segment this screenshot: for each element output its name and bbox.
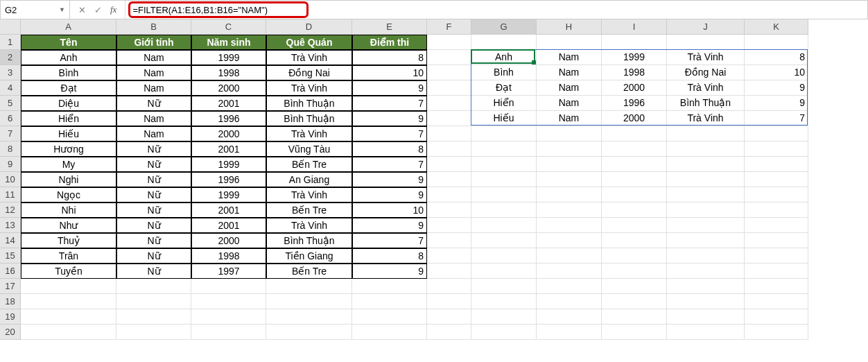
cell-E6[interactable]: 9 (352, 111, 427, 126)
cell-F13[interactable] (427, 218, 471, 233)
cell-J1[interactable] (667, 35, 745, 50)
cell-D2[interactable]: Trà Vinh (266, 50, 352, 65)
cell-B18[interactable] (116, 294, 191, 309)
cell-F17[interactable] (427, 279, 471, 294)
cell-B5[interactable]: Nữ (116, 96, 191, 111)
cell-A8[interactable]: Hương (21, 141, 116, 157)
cell-G19[interactable] (471, 309, 537, 325)
cell-B2[interactable]: Nam (116, 50, 191, 65)
cell-D10[interactable]: An Giang (266, 172, 352, 187)
cell-E12[interactable]: 10 (352, 202, 427, 218)
cell-J15[interactable] (667, 248, 745, 264)
cell-I7[interactable] (602, 126, 667, 141)
col-header-C[interactable]: C (191, 19, 266, 35)
cell-H8[interactable] (537, 141, 602, 157)
cell-G13[interactable] (471, 218, 537, 233)
cell-C18[interactable] (191, 294, 266, 309)
cell-H7[interactable] (537, 126, 602, 141)
enter-icon[interactable]: ✓ (94, 5, 102, 15)
cell-E10[interactable]: 9 (352, 172, 427, 187)
cell-G6[interactable]: Hiếu (471, 111, 537, 126)
cell-B3[interactable]: Nam (116, 65, 191, 80)
cell-G3[interactable]: Bình (471, 65, 537, 80)
cell-A12[interactable]: Nhi (21, 202, 116, 218)
cell-B8[interactable]: Nữ (116, 141, 191, 157)
cell-K15[interactable] (745, 248, 808, 264)
cell-H6[interactable]: Nam (537, 111, 602, 126)
cell-J14[interactable] (667, 233, 745, 248)
cell-K2[interactable]: 8 (745, 50, 808, 65)
cell-A3[interactable]: Bình (21, 65, 116, 80)
cell-B13[interactable]: Nữ (116, 218, 191, 233)
cell-I2[interactable]: 1999 (602, 50, 667, 65)
col-header-A[interactable]: A (21, 19, 116, 35)
cell-A17[interactable] (21, 279, 116, 294)
cell-A6[interactable]: Hiển (21, 111, 116, 126)
cell-H1[interactable] (537, 35, 602, 50)
cell-J3[interactable]: Đồng Nai (667, 65, 745, 80)
cell-B9[interactable]: Nữ (116, 157, 191, 172)
cell-D3[interactable]: Đồng Nai (266, 65, 352, 80)
cell-H2[interactable]: Nam (537, 50, 602, 65)
cell-E18[interactable] (352, 294, 427, 309)
cell-G8[interactable] (471, 141, 537, 157)
cell-J10[interactable] (667, 172, 745, 187)
cell-H10[interactable] (537, 172, 602, 187)
cell-B20[interactable] (116, 325, 191, 340)
cell-I9[interactable] (602, 157, 667, 172)
cell-G7[interactable] (471, 126, 537, 141)
cell-A5[interactable]: Diệu (21, 96, 116, 111)
cell-H19[interactable] (537, 309, 602, 325)
cell-E19[interactable] (352, 309, 427, 325)
cell-G9[interactable] (471, 157, 537, 172)
cell-B6[interactable]: Nam (116, 111, 191, 126)
cell-I20[interactable] (602, 325, 667, 340)
cell-E20[interactable] (352, 325, 427, 340)
cell-A2[interactable]: Anh (21, 50, 116, 65)
row-header-2[interactable]: 2 (0, 50, 21, 65)
col-header-F[interactable]: F (427, 19, 471, 35)
cell-C1[interactable]: Năm sinh (191, 35, 266, 50)
cell-E3[interactable]: 10 (352, 65, 427, 80)
cell-A11[interactable]: Ngọc (21, 187, 116, 202)
col-header-I[interactable]: I (602, 19, 667, 35)
row-header-14[interactable]: 14 (0, 233, 21, 248)
chevron-down-icon[interactable]: ▼ (59, 6, 65, 13)
col-header-D[interactable]: D (266, 19, 352, 35)
cell-F2[interactable] (427, 50, 471, 65)
cell-C5[interactable]: 2001 (191, 96, 266, 111)
cell-E9[interactable]: 7 (352, 157, 427, 172)
cell-I4[interactable]: 2000 (602, 80, 667, 96)
cell-A14[interactable]: Thuỷ (21, 233, 116, 248)
cell-F16[interactable] (427, 264, 471, 279)
cell-E13[interactable]: 9 (352, 218, 427, 233)
cell-K7[interactable] (745, 126, 808, 141)
cell-B14[interactable]: Nữ (116, 233, 191, 248)
cell-F5[interactable] (427, 96, 471, 111)
cell-A20[interactable] (21, 325, 116, 340)
cell-A13[interactable]: Như (21, 218, 116, 233)
cell-D16[interactable]: Bến Tre (266, 264, 352, 279)
cell-F7[interactable] (427, 126, 471, 141)
cell-A4[interactable]: Đạt (21, 80, 116, 96)
cell-D20[interactable] (266, 325, 352, 340)
cell-D5[interactable]: Bình Thuận (266, 96, 352, 111)
row-header-3[interactable]: 3 (0, 65, 21, 80)
cell-E15[interactable]: 8 (352, 248, 427, 264)
cell-B1[interactable]: Giới tính (116, 35, 191, 50)
spreadsheet-grid[interactable]: ABCDEFGHIJK 1234567891011121314151617181… (0, 19, 868, 362)
cell-J20[interactable] (667, 325, 745, 340)
cell-K9[interactable] (745, 157, 808, 172)
cell-I13[interactable] (602, 218, 667, 233)
row-header-1[interactable]: 1 (0, 35, 21, 50)
cell-J8[interactable] (667, 141, 745, 157)
cell-D6[interactable]: Bình Thuận (266, 111, 352, 126)
cell-H14[interactable] (537, 233, 602, 248)
cell-K3[interactable]: 10 (745, 65, 808, 80)
cell-F4[interactable] (427, 80, 471, 96)
cell-H15[interactable] (537, 248, 602, 264)
cell-J16[interactable] (667, 264, 745, 279)
row-header-10[interactable]: 10 (0, 172, 21, 187)
cell-C9[interactable]: 1999 (191, 157, 266, 172)
cell-H3[interactable]: Nam (537, 65, 602, 80)
